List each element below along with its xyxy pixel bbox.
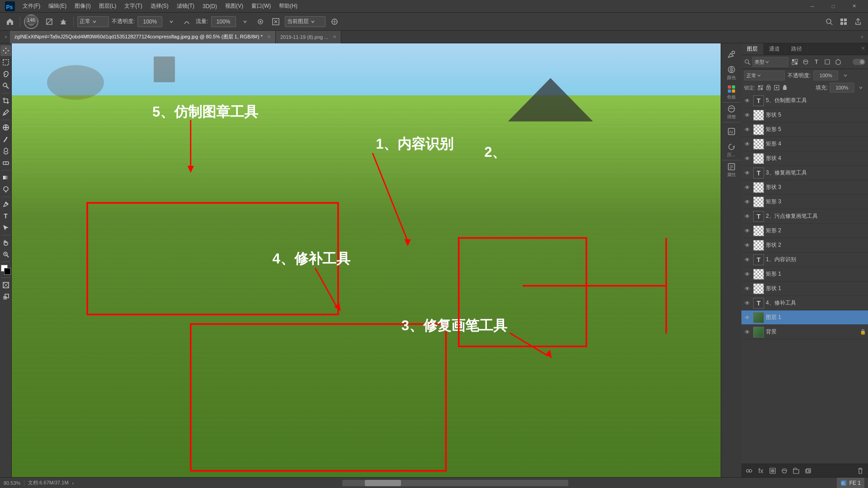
menu-file[interactable]: 文件(F)	[19, 1, 44, 11]
tool-hand[interactable]	[0, 237, 11, 248]
tab-active-close[interactable]: ✕	[267, 34, 271, 39]
layer-vis-rect4[interactable]: 👁	[743, 140, 751, 148]
flow-input[interactable]	[211, 16, 236, 27]
layer-vis-healpen-text[interactable]: 👁	[743, 212, 751, 221]
search-btn[interactable]	[823, 15, 835, 28]
fill-dropdown-icon[interactable]	[856, 83, 865, 92]
menu-select[interactable]: 选择(S)	[147, 1, 172, 11]
layer-vis-patch-text[interactable]: 👁	[743, 299, 751, 307]
qi-swatches-btn[interactable]: 色板	[722, 83, 741, 102]
layer-fill-input[interactable]	[830, 83, 854, 93]
tab-second[interactable]: 2019-11-19 (8).png ... ✕	[276, 31, 341, 43]
color-swatch[interactable]	[1, 265, 11, 275]
layer-vis-stamp-text[interactable]: 👁	[743, 97, 751, 105]
tab-active[interactable]: zgINExXtNpml=Ta9xJ25Qobd4Mf0lW60d1qd1535…	[10, 31, 276, 43]
tool-zoom[interactable]	[0, 249, 11, 260]
menu-window[interactable]: 窗口(W)	[248, 1, 274, 11]
layer-vis-shape3[interactable]: 👁	[743, 183, 751, 192]
menu-image[interactable]: 图像(I)	[71, 1, 94, 11]
tool-frame[interactable]	[0, 280, 11, 291]
qi-tools-btn[interactable]	[722, 45, 741, 63]
tool-brush[interactable]	[0, 134, 11, 145]
close-button[interactable]: ✕	[844, 0, 864, 13]
layer-item-heal-text[interactable]: 👁 T 3、修复画笔工具	[741, 166, 868, 180]
smooth-btn[interactable]	[269, 15, 282, 28]
tool-text[interactable]: T	[0, 211, 11, 221]
tool-quick-mask[interactable]	[0, 291, 11, 302]
layer-item-rect5[interactable]: 👁 矩形 5	[741, 122, 868, 137]
tool-gradient[interactable]	[0, 172, 11, 183]
layer-item-bg[interactable]: 👁 背景 🔒	[741, 325, 868, 339]
layer-item-content-text[interactable]: 👁 T 1、内容识别	[741, 253, 868, 267]
layer-filter-toggle[interactable]	[853, 59, 865, 65]
blend-mode-dropdown[interactable]: 正常	[77, 16, 109, 27]
tool-stamp[interactable]	[0, 145, 11, 156]
add-style-btn[interactable]: fx	[756, 466, 766, 476]
minimize-button[interactable]: ─	[802, 0, 823, 13]
sample-all-btn[interactable]	[328, 15, 341, 28]
lock-artboard-icon[interactable]	[774, 84, 780, 91]
qi-ai-btn[interactable]: AI	[722, 122, 741, 141]
menu-view[interactable]: 视图(V)	[222, 1, 247, 11]
canvas-area[interactable]: 1、内容识别 2、 5、仿制图章工具 4、修补工具 3、修复画笔工具	[12, 43, 721, 477]
tool-dodge[interactable]	[0, 184, 11, 195]
home-button[interactable]	[4, 15, 16, 28]
tool-eraser[interactable]	[0, 157, 11, 168]
tool-magic-wand[interactable]	[0, 80, 11, 91]
layer-item-rect1[interactable]: 👁 矩形 1	[741, 267, 868, 282]
layer-mode-dropdown[interactable]: 当前图层	[285, 16, 326, 27]
layer-vis-shape1[interactable]: 👁	[743, 285, 751, 293]
menu-edit[interactable]: 编辑(E)	[45, 1, 70, 11]
layer-vis-rect5[interactable]: 👁	[743, 126, 751, 134]
layer-item-rect4[interactable]: 👁 矩形 4	[741, 137, 868, 151]
add-mask-btn[interactable]	[768, 466, 778, 476]
brush-preset[interactable]: 146	[24, 14, 38, 29]
layer-type-filter[interactable]: 类型	[752, 57, 788, 67]
menu-help[interactable]: 帮助(H)	[275, 1, 301, 11]
canvas-scrollbar-h[interactable]	[342, 480, 568, 486]
tab-collapse-left[interactable]: «	[2, 31, 10, 43]
layout-btn[interactable]	[837, 15, 850, 28]
layer-vis-shape2[interactable]: 👁	[743, 241, 751, 249]
opacity-dropdown-btn[interactable]	[165, 15, 178, 28]
layer-vis-bg[interactable]: 👁	[743, 328, 751, 336]
tool-lasso[interactable]	[0, 69, 11, 80]
layer-item-rect3[interactable]: 👁 矩形 3	[741, 195, 868, 209]
airbrush-btn[interactable]	[254, 15, 267, 28]
panel-close[interactable]: ✕	[858, 43, 868, 55]
layer-vis-rect3[interactable]: 👁	[743, 198, 751, 206]
menu-text[interactable]: 文字(T)	[121, 1, 146, 11]
lock-position-icon[interactable]	[765, 84, 772, 91]
qi-color-btn[interactable]: 颜色	[722, 63, 741, 83]
fe-area[interactable]: 亿 FE 1	[837, 478, 864, 488]
layer-vis-shape5[interactable]: 👁	[743, 111, 751, 119]
layer-item-shape3[interactable]: 👁 形状 3	[741, 180, 868, 195]
layer-item-shape1[interactable]: 👁 形状 1	[741, 282, 868, 296]
layer-filter-pixel[interactable]	[790, 57, 799, 66]
tool-path-select[interactable]	[0, 222, 11, 233]
layer-vis-layer1[interactable]: 👁	[743, 314, 751, 322]
layer-item-shape5[interactable]: 👁 形状 5	[741, 108, 868, 122]
layer-blend-mode[interactable]: 正常	[744, 70, 785, 80]
layer-filter-text[interactable]: T	[812, 57, 821, 66]
tool-pen[interactable]	[0, 199, 11, 210]
tool-marquee-rect[interactable]	[0, 57, 11, 68]
brush-align-btn[interactable]	[57, 15, 70, 28]
brush-mode-btn[interactable]	[43, 15, 56, 28]
delete-layer-btn[interactable]	[855, 466, 865, 476]
layer-item-rect2[interactable]: 👁 矩形 2	[741, 224, 868, 238]
lock-pixels-icon[interactable]	[757, 84, 764, 91]
layer-filter-shape[interactable]	[823, 57, 832, 66]
brush-pressure-btn[interactable]	[180, 15, 193, 28]
add-adjustment-btn[interactable]	[779, 466, 789, 476]
tab-collapse-right[interactable]: »	[858, 31, 866, 43]
qi-history-btn[interactable]: 历...	[722, 141, 741, 160]
layer-item-shape4[interactable]: 👁 形状 4	[741, 151, 868, 166]
layer-item-layer1[interactable]: 👁 图层 1	[741, 310, 868, 325]
qi-props-btn[interactable]: 属性	[722, 160, 741, 180]
flow-dropdown-btn[interactable]	[239, 15, 251, 28]
lock-all-icon[interactable]	[782, 84, 788, 91]
maximize-button[interactable]: □	[823, 0, 844, 13]
menu-filter[interactable]: 滤镜(T)	[173, 1, 198, 11]
layer-vis-rect1[interactable]: 👁	[743, 270, 751, 278]
